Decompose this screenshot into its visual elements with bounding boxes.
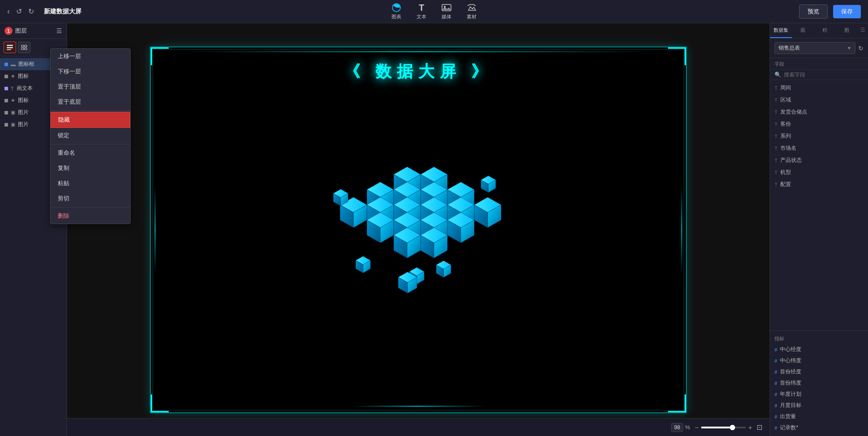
canvas-title: 《 数据大屏 》 [344,61,493,83]
ctx-divider-3 [51,207,130,207]
indicator-section-title: 指标 [770,334,868,344]
layer-color-indicator [4,63,8,66]
frame-corner-tl [151,47,169,65]
ctx-copy[interactable]: 复制 [51,161,130,176]
dim-prefix: T [774,110,778,115]
frame-top-bar [187,51,650,52]
search-input[interactable] [784,72,864,78]
ctx-move-up[interactable]: 上移一层 [51,49,130,64]
layer-type-icon: ▣ [11,110,15,115]
zoom-slider-wrap: − + [695,424,752,431]
dim-label: 机型 [780,169,791,176]
frame-bottom-deco [351,406,485,407]
toolbar-text[interactable]: T 文本 [416,3,427,20]
svg-rect-6 [21,45,24,47]
top-bar-right: 预览 保存 [799,4,861,19]
dim-prefix: T [774,146,778,151]
zoom-unit: % [685,424,690,431]
search-icon: 🔍 [774,72,781,78]
layer-color-indicator [4,75,8,78]
panel-title-wrap: 1 图层 [4,27,27,35]
list-item[interactable]: T 市场名 [770,142,868,154]
ctx-move-down[interactable]: 下移一层 [51,64,130,79]
indicator-prefix: # [774,381,777,386]
toolbar-chart-label: 图表 [391,13,401,20]
ctx-bring-bottom[interactable]: 置于底层 [51,94,130,110]
list-item[interactable]: # 记录数* [770,422,868,433]
layer-grid-button[interactable] [18,42,30,53]
list-item[interactable]: # 月度目标 [770,400,868,411]
layer-color-indicator [4,111,8,114]
ctx-lock[interactable]: 锁定 [51,128,130,143]
list-item[interactable]: # 中心纬度 [770,355,868,366]
dim-label: 区域 [780,96,791,104]
tab-chart[interactable]: 图 [836,23,858,38]
list-item[interactable]: T 系列 [770,130,868,142]
toolbar-asset[interactable]: 素材 [466,3,477,20]
list-item[interactable]: # 出货量 [770,411,868,422]
dimension-list: T 周间 T 区域 T 发货合储点 T 客份 T 系列 T 市场名 [770,80,868,330]
toolbar-media[interactable]: 媒体 [441,3,452,20]
indicator-prefix: # [774,425,777,431]
zoom-slider[interactable] [701,427,746,428]
list-item[interactable]: T 发货合储点 [770,106,868,118]
list-item[interactable]: # 中心经度 [770,344,868,355]
preview-button[interactable]: 预览 [799,4,828,19]
undo-button[interactable]: ↺ [14,6,24,17]
dim-prefix: T [774,158,778,163]
list-item[interactable]: T 产品状态 [770,154,868,166]
indicator-label: 中心经度 [780,346,801,353]
ctx-rename[interactable]: 重命名 [51,145,130,161]
layer-color-indicator [4,87,8,90]
dim-label: 周间 [780,84,791,92]
svg-rect-7 [25,45,27,47]
list-item[interactable]: T 机型 [770,166,868,178]
layer-item-label: 图片 [18,109,29,116]
list-item[interactable]: # 首份经度 [770,366,868,377]
list-item[interactable]: T 配置 [770,178,868,190]
fit-screen-button[interactable]: ⊡ [757,423,762,432]
indicator-prefix: # [774,414,777,419]
zoom-in-button[interactable]: + [749,424,752,431]
dim-label: 产品状态 [780,157,802,164]
back-button[interactable]: ‹ [7,7,10,16]
context-menu: 上移一层 下移一层 置于顶层 置于底层 隐藏 锁定 重命名 复制 粘贴 剪切 删… [50,48,131,224]
dataset-selector[interactable]: 销售总表 ▼ [774,42,855,54]
zoom-out-button[interactable]: − [695,424,698,431]
ctx-cut[interactable]: 剪切 [51,191,130,206]
list-item[interactable]: T 区域 [770,94,868,106]
indicator-section: 指标 # 中心经度 # 中心纬度 # 首份经度 # 首份纬度 # 年度计划 [770,330,868,436]
save-button[interactable]: 保存 [833,5,861,18]
redo-button[interactable]: ↻ [26,6,36,17]
layer-item-label: 图片 [18,121,29,128]
tab-area[interactable]: 面 [792,23,814,38]
ctx-bring-top[interactable]: 置于顶层 [51,79,130,94]
svg-rect-8 [21,48,24,50]
tab-accum[interactable]: 积 [814,23,836,38]
layer-type-icon: ▬ [11,62,16,67]
dim-label: 系列 [780,132,791,140]
app-title: 新建数据大屏 [44,8,81,16]
list-item[interactable]: T 周间 [770,82,868,94]
tab-dataset[interactable]: 数据集 [770,23,792,38]
dim-label: 发货合储点 [780,108,807,116]
dropdown-arrow-icon: ▼ [847,46,851,51]
right-panel-menu[interactable]: ☰ [858,23,868,38]
refresh-button[interactable]: ↻ [858,45,864,52]
frame-corner-bl [151,394,169,412]
frame-corner-br [668,394,686,412]
layer-type-icon: ▣ [11,122,15,127]
right-panel-tabs: 数据集 面 积 图 ☰ [770,23,868,38]
ctx-paste[interactable]: 粘贴 [51,176,130,191]
layer-color-indicator [4,99,8,102]
toolbar-chart[interactable]: 图表 [391,3,402,20]
layer-collapse-button[interactable] [4,42,16,53]
dim-prefix: T [774,182,778,187]
dim-prefix: T [774,134,778,139]
ctx-delete[interactable]: 删除 [51,208,130,224]
ctx-hide[interactable]: 隐藏 [51,112,130,128]
list-item[interactable]: T 客份 [770,118,868,130]
list-item[interactable]: # 年度计划 [770,389,868,400]
list-item[interactable]: # 首份纬度 [770,377,868,389]
panel-menu-icon[interactable]: ☰ [56,27,62,34]
